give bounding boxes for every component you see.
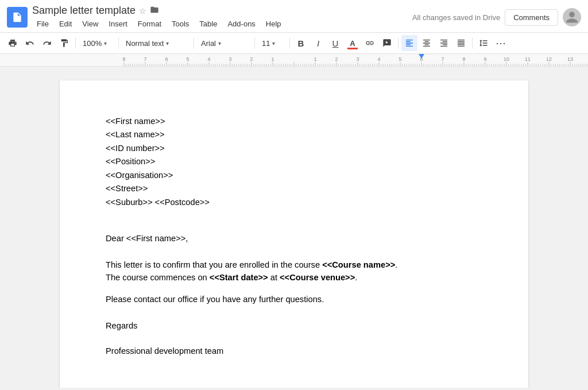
text-color-button[interactable]: A	[345, 35, 361, 51]
para1-course-name: <<Course name>>	[322, 260, 395, 269]
underline-button[interactable]: U	[327, 35, 343, 51]
more-options-button[interactable]: ⋯	[493, 35, 509, 51]
menu-edit[interactable]: Edit	[55, 18, 76, 30]
italic-button[interactable]: I	[310, 35, 326, 51]
menu-help[interactable]: Help	[261, 18, 286, 30]
style-dropdown[interactable]: Normal text ▾	[122, 35, 191, 51]
menu-tools[interactable]: Tools	[167, 18, 194, 30]
align-right-button[interactable]	[436, 35, 452, 51]
title-area: Sample letter template ☆ File Edit View …	[32, 5, 402, 30]
para1-period: .	[395, 260, 397, 269]
size-arrow: ▾	[272, 40, 275, 47]
address-line-7: <<Suburb>> <<Postcode>>	[106, 196, 482, 209]
menu-format[interactable]: Format	[133, 18, 166, 30]
sep4	[254, 37, 255, 49]
undo-button[interactable]	[22, 35, 38, 51]
doc-title: Sample letter template	[32, 5, 136, 17]
regards-line: Regards	[106, 319, 482, 332]
menu-table[interactable]: Table	[195, 18, 222, 30]
bold-button[interactable]: B	[293, 35, 309, 51]
doc-title-row: Sample letter template ☆	[32, 5, 402, 17]
address-line-2: <<Last name>>	[106, 128, 482, 141]
link-button[interactable]	[362, 35, 378, 51]
body-para-1[interactable]: This letter is to confirm that you are e…	[106, 258, 482, 284]
para1-venue: <<Course venue>>	[280, 273, 355, 282]
para1-before: This letter is to confirm that you are e…	[106, 260, 322, 269]
signature-line[interactable]: Professional development team	[106, 345, 482, 357]
menu-insert[interactable]: Insert	[104, 18, 132, 30]
menu-file[interactable]: File	[32, 18, 53, 30]
style-arrow: ▾	[166, 40, 169, 47]
star-icon[interactable]: ☆	[139, 6, 146, 16]
menu-bar: File Edit View Insert Format Tools Table…	[32, 18, 402, 30]
para1-end: .	[355, 273, 357, 282]
closing-block: Regards Professional development team	[106, 319, 482, 357]
add-comment-button[interactable]	[379, 35, 395, 51]
zoom-arrow: ▾	[104, 40, 107, 47]
address-block: <<First name>> <<Last name>> <<ID number…	[106, 115, 482, 209]
address-line-3: <<ID number>>	[106, 142, 482, 155]
svg-rect-0	[14, 18, 20, 18]
user-avatar	[563, 8, 581, 26]
text-color-bar	[347, 48, 358, 49]
align-left-button[interactable]	[401, 35, 417, 51]
save-status: All changes saved in Drive	[412, 13, 500, 22]
paint-format-button[interactable]	[56, 35, 72, 51]
menu-view[interactable]: View	[78, 18, 103, 30]
font-size-dropdown[interactable]: 11 ▾	[258, 35, 287, 51]
address-line-5: <<Organisation>>	[106, 169, 482, 182]
sep1	[75, 37, 76, 49]
body-para-2[interactable]: Please contact our office if you have an…	[106, 293, 482, 306]
address-line-1: <<First name>>	[106, 115, 482, 128]
zoom-dropdown[interactable]: 100% ▾	[79, 35, 115, 51]
document-page[interactable]: <<First name>> <<Last name>> <<ID number…	[60, 80, 528, 388]
redo-button[interactable]	[39, 35, 55, 51]
line-spacing-button[interactable]	[475, 35, 492, 51]
sep3	[194, 37, 194, 49]
print-button[interactable]	[5, 35, 21, 51]
para1-line2-before: The course commences on	[106, 273, 210, 282]
folder-icon[interactable]	[150, 5, 159, 16]
ruler-canvas	[0, 54, 588, 67]
top-bar: Sample letter template ☆ File Edit View …	[0, 0, 588, 33]
svg-rect-1	[14, 19, 19, 20]
justify-button[interactable]	[453, 35, 469, 51]
toolbar: 100% ▾ Normal text ▾ Arial ▾ 11 ▾ B I U …	[0, 33, 588, 54]
para1-start-date: <<Start date>>	[210, 273, 268, 282]
para1-at: at	[268, 273, 280, 282]
app-icon	[7, 7, 28, 28]
ruler	[0, 54, 588, 67]
align-center-button[interactable]	[419, 35, 435, 51]
sep5	[289, 37, 290, 49]
comments-button[interactable]: Comments	[505, 9, 558, 26]
font-arrow: ▾	[218, 40, 221, 47]
address-line-6: <<Street>>	[106, 182, 482, 195]
main-content-area[interactable]: <<First name>> <<Last name>> <<ID number…	[0, 67, 588, 388]
sep2	[118, 37, 119, 49]
font-dropdown[interactable]: Arial ▾	[197, 35, 252, 51]
sep7	[472, 37, 473, 49]
address-line-4: <<Position>>	[106, 155, 482, 168]
sep6	[398, 37, 399, 49]
greeting-line[interactable]: Dear <<First name>>,	[106, 232, 482, 245]
menu-addons[interactable]: Add-ons	[223, 18, 260, 30]
